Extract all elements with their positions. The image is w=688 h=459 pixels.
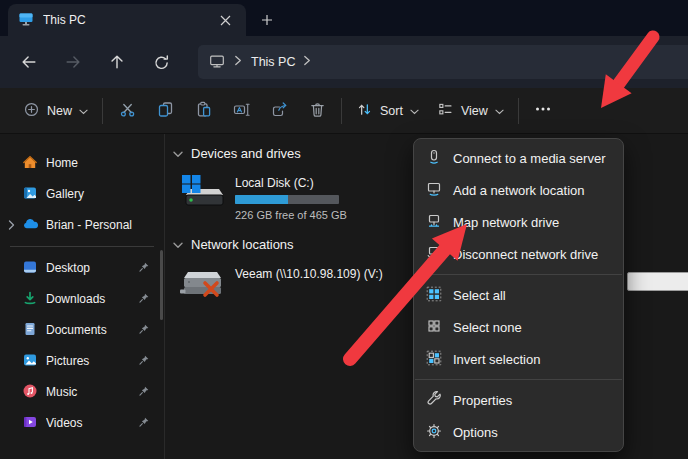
menu-item-label: Properties <box>453 393 512 408</box>
home-icon <box>22 154 38 173</box>
see-more-button[interactable] <box>524 94 562 128</box>
rename-button[interactable] <box>222 94 260 128</box>
add-network-location-icon <box>426 181 442 200</box>
tab-close-icon[interactable] <box>214 9 236 31</box>
sidebar-item-downloads[interactable]: Downloads <box>4 284 160 314</box>
options-gear-icon <box>426 423 442 442</box>
menu-item-label: Invert selection <box>453 352 540 367</box>
breadcrumb-chevron-icon[interactable] <box>234 55 243 69</box>
toolbar-divider <box>518 98 519 124</box>
view-button-label: View <box>461 104 488 118</box>
tooltip-fragment <box>627 272 688 291</box>
music-icon <box>22 383 38 402</box>
forward-button[interactable] <box>56 45 90 79</box>
new-button[interactable]: New <box>14 94 97 128</box>
drive-details: Veeam (\\10.10.98.109) (V:) <box>235 264 383 286</box>
view-button[interactable]: View <box>428 94 513 128</box>
sidebar-item-gallery[interactable]: Gallery <box>4 179 160 209</box>
copy-button[interactable] <box>146 94 184 128</box>
section-title: Devices and drives <box>191 146 301 161</box>
sidebar-item-music[interactable]: Music <box>4 377 160 407</box>
paste-button[interactable] <box>184 94 222 128</box>
command-toolbar: New <box>0 88 688 134</box>
navigation-pane: Home Gallery Brian - Personal Desktop <box>0 134 164 459</box>
up-button[interactable] <box>100 45 134 79</box>
sidebar-item-label: Brian - Personal <box>46 218 160 232</box>
menu-item-select-none[interactable]: Select none <box>414 311 623 343</box>
cut-icon <box>119 101 136 121</box>
back-button[interactable] <box>12 45 46 79</box>
select-none-icon <box>426 318 442 337</box>
address-bar[interactable]: This PC <box>198 45 688 79</box>
chevron-right-icon[interactable] <box>8 219 16 233</box>
menu-item-label: Add a network location <box>453 183 585 198</box>
sidebar-item-videos[interactable]: Videos <box>4 408 160 438</box>
menu-item-label: Disconnect network drive <box>453 247 598 262</box>
menu-item-disconnect-network-drive[interactable]: Disconnect network drive <box>414 238 623 270</box>
pin-icon <box>138 292 150 307</box>
sidebar-separator <box>10 246 154 247</box>
menu-item-map-network-drive[interactable]: Map network drive <box>414 206 623 238</box>
pictures-icon <box>22 352 38 371</box>
menu-item-label: Options <box>453 425 498 440</box>
sidebar-item-label: Downloads <box>46 292 130 306</box>
pin-icon <box>138 261 150 276</box>
menu-item-label: Map network drive <box>453 215 559 230</box>
sidebar-item-label: Music <box>46 385 130 399</box>
drive-capacity-caption: 226 GB free of 465 GB <box>235 209 347 221</box>
disk-usage-bar <box>235 195 339 204</box>
menu-item-invert-selection[interactable]: Invert selection <box>414 343 623 375</box>
chevron-down-icon[interactable] <box>173 238 183 252</box>
chevron-down-icon[interactable] <box>173 147 183 161</box>
menu-item-properties[interactable]: Properties <box>414 384 623 416</box>
breadcrumb-chevron-icon[interactable] <box>303 55 312 69</box>
sidebar-item-pictures[interactable]: Pictures <box>4 346 160 376</box>
toolbar-divider <box>102 98 103 124</box>
sidebar-item-label: Gallery <box>46 187 160 201</box>
pin-icon <box>138 416 150 431</box>
navigation-bar: This PC <box>0 36 688 88</box>
menu-item-connect-media-server[interactable]: Connect to a media server <box>414 142 623 174</box>
new-button-label: New <box>47 104 72 118</box>
network-drive-name: Veeam (\\10.10.98.109) (V:) <box>235 267 383 281</box>
onedrive-cloud-icon <box>22 216 38 235</box>
disconnected-network-drive-icon <box>179 264 225 305</box>
sidebar-item-label: Videos <box>46 416 130 430</box>
pin-icon <box>138 385 150 400</box>
downloads-icon <box>22 290 38 309</box>
sidebar-item-home[interactable]: Home <box>4 148 160 178</box>
sidebar-item-onedrive[interactable]: Brian - Personal <box>4 210 160 240</box>
sidebar-item-label: Desktop <box>46 261 130 275</box>
sidebar-scrollbar[interactable] <box>160 250 163 320</box>
new-tab-button[interactable] <box>254 7 280 33</box>
copy-icon <box>157 101 174 121</box>
chevron-down-icon <box>495 104 504 118</box>
select-all-icon <box>426 286 442 305</box>
refresh-button[interactable] <box>144 45 178 79</box>
gallery-icon <box>22 185 38 204</box>
sort-button-label: Sort <box>380 104 403 118</box>
breadcrumb-location[interactable]: This PC <box>251 55 295 69</box>
menu-separator <box>415 379 622 380</box>
tab-title: This PC <box>43 13 205 27</box>
sidebar-item-desktop[interactable]: Desktop <box>4 253 160 283</box>
sidebar-item-label: Home <box>46 156 160 170</box>
menu-item-add-network-location[interactable]: Add a network location <box>414 174 623 206</box>
properties-wrench-icon <box>426 391 442 410</box>
sort-button[interactable]: Sort <box>347 94 428 128</box>
chevron-down-icon <box>79 104 88 118</box>
menu-item-options[interactable]: Options <box>414 416 623 448</box>
tab-this-pc[interactable]: This PC <box>8 4 246 36</box>
ellipsis-icon <box>534 100 552 121</box>
videos-icon <box>22 414 38 433</box>
cut-button[interactable] <box>108 94 146 128</box>
delete-button[interactable] <box>298 94 336 128</box>
share-button[interactable] <box>260 94 298 128</box>
rename-icon <box>233 101 250 121</box>
drive-name: Local Disk (C:) <box>235 176 347 190</box>
desktop-icon <box>22 259 38 278</box>
pin-icon <box>138 323 150 338</box>
sidebar-item-documents[interactable]: Documents <box>4 315 160 345</box>
sidebar-item-label: Documents <box>46 323 130 337</box>
menu-item-select-all[interactable]: Select all <box>414 279 623 311</box>
